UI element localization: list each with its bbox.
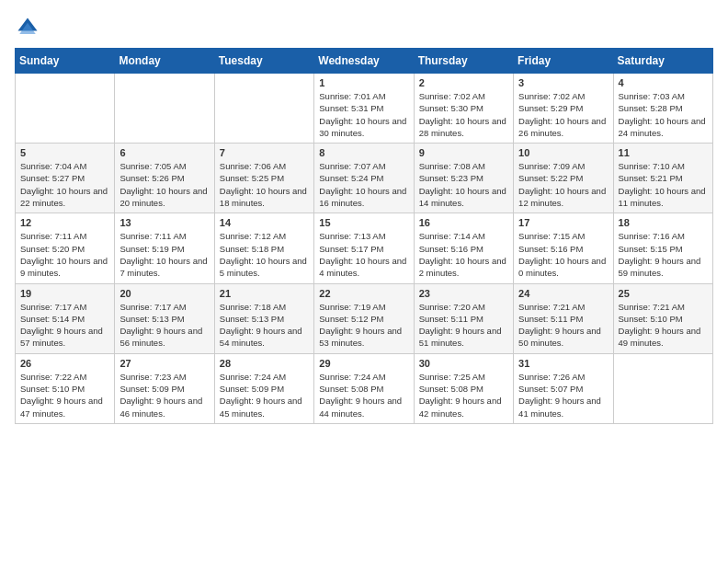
day-info: Sunrise: 7:03 AM Sunset: 5:28 PM Dayligh… bbox=[619, 90, 708, 139]
day-number: 2 bbox=[419, 77, 508, 88]
day-cell: 6Sunrise: 7:05 AM Sunset: 5:26 PM Daylig… bbox=[115, 144, 214, 213]
day-cell: 25Sunrise: 7:21 AM Sunset: 5:10 PM Dayli… bbox=[613, 283, 712, 353]
day-number: 22 bbox=[319, 288, 408, 299]
weekday-header-wednesday: Wednesday bbox=[314, 49, 414, 74]
day-cell: 8Sunrise: 7:07 AM Sunset: 5:24 PM Daylig… bbox=[314, 144, 414, 213]
day-number: 20 bbox=[119, 288, 209, 299]
day-number: 25 bbox=[619, 288, 708, 299]
day-info: Sunrise: 7:22 AM Sunset: 5:10 PM Dayligh… bbox=[20, 371, 109, 419]
day-info: Sunrise: 7:11 AM Sunset: 5:20 PM Dayligh… bbox=[20, 230, 109, 279]
header bbox=[15, 15, 713, 40]
day-number: 10 bbox=[518, 147, 608, 158]
calendar-table: SundayMondayTuesdayWednesdayThursdayFrid… bbox=[15, 48, 713, 424]
day-number: 18 bbox=[619, 217, 708, 228]
page: SundayMondayTuesdayWednesdayThursdayFrid… bbox=[0, 0, 728, 433]
day-cell: 13Sunrise: 7:11 AM Sunset: 5:19 PM Dayli… bbox=[115, 213, 214, 283]
day-number: 15 bbox=[319, 217, 408, 228]
day-info: Sunrise: 7:20 AM Sunset: 5:11 PM Dayligh… bbox=[419, 301, 508, 350]
day-cell: 27Sunrise: 7:23 AM Sunset: 5:09 PM Dayli… bbox=[115, 353, 214, 423]
weekday-header-sunday: Sunday bbox=[16, 49, 115, 74]
day-number: 1 bbox=[319, 77, 408, 88]
day-number: 30 bbox=[419, 358, 508, 369]
day-cell bbox=[16, 74, 115, 144]
day-number: 12 bbox=[20, 217, 109, 228]
week-row-4: 19Sunrise: 7:17 AM Sunset: 5:14 PM Dayli… bbox=[16, 283, 713, 353]
day-cell: 26Sunrise: 7:22 AM Sunset: 5:10 PM Dayli… bbox=[16, 353, 115, 423]
day-info: Sunrise: 7:02 AM Sunset: 5:29 PM Dayligh… bbox=[518, 90, 608, 139]
day-cell bbox=[214, 74, 313, 144]
week-row-1: 1Sunrise: 7:01 AM Sunset: 5:31 PM Daylig… bbox=[16, 74, 713, 144]
day-info: Sunrise: 7:05 AM Sunset: 5:26 PM Dayligh… bbox=[119, 160, 209, 209]
day-cell: 1Sunrise: 7:01 AM Sunset: 5:31 PM Daylig… bbox=[314, 74, 414, 144]
day-number: 4 bbox=[619, 77, 708, 88]
day-cell: 24Sunrise: 7:21 AM Sunset: 5:11 PM Dayli… bbox=[514, 283, 613, 353]
day-number: 17 bbox=[518, 217, 608, 228]
weekday-header-saturday: Saturday bbox=[613, 49, 712, 74]
day-cell: 7Sunrise: 7:06 AM Sunset: 5:25 PM Daylig… bbox=[214, 144, 313, 213]
day-number: 24 bbox=[518, 288, 608, 299]
day-info: Sunrise: 7:12 AM Sunset: 5:18 PM Dayligh… bbox=[220, 230, 309, 279]
day-number: 31 bbox=[518, 358, 608, 369]
day-number: 28 bbox=[220, 358, 309, 369]
day-cell: 9Sunrise: 7:08 AM Sunset: 5:23 PM Daylig… bbox=[414, 144, 513, 213]
day-info: Sunrise: 7:11 AM Sunset: 5:19 PM Dayligh… bbox=[119, 230, 209, 279]
day-info: Sunrise: 7:21 AM Sunset: 5:11 PM Dayligh… bbox=[518, 301, 608, 350]
day-number: 23 bbox=[419, 288, 508, 299]
day-cell: 12Sunrise: 7:11 AM Sunset: 5:20 PM Dayli… bbox=[16, 213, 115, 283]
day-cell: 11Sunrise: 7:10 AM Sunset: 5:21 PM Dayli… bbox=[613, 144, 712, 213]
day-cell: 29Sunrise: 7:24 AM Sunset: 5:08 PM Dayli… bbox=[314, 353, 414, 423]
day-info: Sunrise: 7:04 AM Sunset: 5:27 PM Dayligh… bbox=[20, 160, 109, 209]
weekday-header-tuesday: Tuesday bbox=[214, 49, 313, 74]
day-info: Sunrise: 7:06 AM Sunset: 5:25 PM Dayligh… bbox=[220, 160, 309, 209]
day-info: Sunrise: 7:17 AM Sunset: 5:14 PM Dayligh… bbox=[20, 301, 109, 350]
logo-icon bbox=[15, 15, 40, 40]
day-cell: 21Sunrise: 7:18 AM Sunset: 5:13 PM Dayli… bbox=[214, 283, 313, 353]
day-cell: 30Sunrise: 7:25 AM Sunset: 5:08 PM Dayli… bbox=[414, 353, 513, 423]
weekday-header-thursday: Thursday bbox=[414, 49, 513, 74]
day-info: Sunrise: 7:15 AM Sunset: 5:16 PM Dayligh… bbox=[518, 230, 608, 279]
day-cell: 22Sunrise: 7:19 AM Sunset: 5:12 PM Dayli… bbox=[314, 283, 414, 353]
day-cell: 3Sunrise: 7:02 AM Sunset: 5:29 PM Daylig… bbox=[514, 74, 613, 144]
weekday-header-row: SundayMondayTuesdayWednesdayThursdayFrid… bbox=[16, 49, 713, 74]
week-row-3: 12Sunrise: 7:11 AM Sunset: 5:20 PM Dayli… bbox=[16, 213, 713, 283]
week-row-5: 26Sunrise: 7:22 AM Sunset: 5:10 PM Dayli… bbox=[16, 353, 713, 423]
weekday-header-friday: Friday bbox=[514, 49, 613, 74]
day-info: Sunrise: 7:26 AM Sunset: 5:07 PM Dayligh… bbox=[518, 371, 608, 419]
day-info: Sunrise: 7:01 AM Sunset: 5:31 PM Dayligh… bbox=[319, 90, 408, 139]
day-info: Sunrise: 7:24 AM Sunset: 5:08 PM Dayligh… bbox=[319, 371, 408, 419]
day-cell: 19Sunrise: 7:17 AM Sunset: 5:14 PM Dayli… bbox=[16, 283, 115, 353]
day-cell: 10Sunrise: 7:09 AM Sunset: 5:22 PM Dayli… bbox=[514, 144, 613, 213]
day-number: 29 bbox=[319, 358, 408, 369]
day-number: 5 bbox=[20, 147, 109, 158]
day-number: 7 bbox=[220, 147, 309, 158]
day-cell: 28Sunrise: 7:24 AM Sunset: 5:09 PM Dayli… bbox=[214, 353, 313, 423]
day-number: 14 bbox=[220, 217, 309, 228]
day-info: Sunrise: 7:23 AM Sunset: 5:09 PM Dayligh… bbox=[119, 371, 209, 419]
day-info: Sunrise: 7:24 AM Sunset: 5:09 PM Dayligh… bbox=[220, 371, 309, 419]
day-info: Sunrise: 7:17 AM Sunset: 5:13 PM Dayligh… bbox=[119, 301, 209, 350]
day-info: Sunrise: 7:02 AM Sunset: 5:30 PM Dayligh… bbox=[419, 90, 508, 139]
weekday-header-monday: Monday bbox=[115, 49, 214, 74]
day-info: Sunrise: 7:13 AM Sunset: 5:17 PM Dayligh… bbox=[319, 230, 408, 279]
day-info: Sunrise: 7:08 AM Sunset: 5:23 PM Dayligh… bbox=[419, 160, 508, 209]
day-number: 8 bbox=[319, 147, 408, 158]
day-number: 3 bbox=[518, 77, 608, 88]
day-cell: 5Sunrise: 7:04 AM Sunset: 5:27 PM Daylig… bbox=[16, 144, 115, 213]
day-info: Sunrise: 7:18 AM Sunset: 5:13 PM Dayligh… bbox=[220, 301, 309, 350]
day-cell bbox=[613, 353, 712, 423]
day-info: Sunrise: 7:19 AM Sunset: 5:12 PM Dayligh… bbox=[319, 301, 408, 350]
logo bbox=[15, 15, 44, 40]
day-info: Sunrise: 7:09 AM Sunset: 5:22 PM Dayligh… bbox=[518, 160, 608, 209]
day-cell bbox=[115, 74, 214, 144]
day-number: 19 bbox=[20, 288, 109, 299]
day-cell: 4Sunrise: 7:03 AM Sunset: 5:28 PM Daylig… bbox=[613, 74, 712, 144]
day-number: 13 bbox=[119, 217, 209, 228]
week-row-2: 5Sunrise: 7:04 AM Sunset: 5:27 PM Daylig… bbox=[16, 144, 713, 213]
day-number: 27 bbox=[119, 358, 209, 369]
day-number: 16 bbox=[419, 217, 508, 228]
day-cell: 16Sunrise: 7:14 AM Sunset: 5:16 PM Dayli… bbox=[414, 213, 513, 283]
day-number: 26 bbox=[20, 358, 109, 369]
day-number: 6 bbox=[119, 147, 209, 158]
day-info: Sunrise: 7:16 AM Sunset: 5:15 PM Dayligh… bbox=[619, 230, 708, 279]
day-cell: 31Sunrise: 7:26 AM Sunset: 5:07 PM Dayli… bbox=[514, 353, 613, 423]
